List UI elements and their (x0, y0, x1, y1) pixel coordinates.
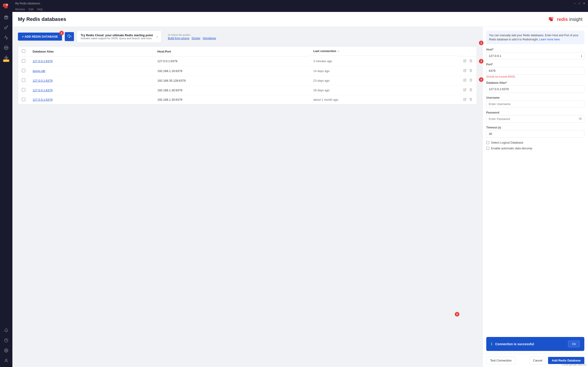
build-from-source-link[interactable]: Build from source (168, 37, 189, 40)
minimize-button[interactable]: ─ (574, 2, 576, 5)
sidebar-item-monitor[interactable] (2, 43, 11, 52)
password-toggle-icon[interactable] (579, 117, 582, 121)
logo-insight: insight (569, 17, 582, 22)
timeout-label: Timeout (s) (486, 126, 584, 129)
svg-rect-2 (6, 4, 8, 6)
db-actions-3 (458, 85, 477, 95)
sidebar-item-beta[interactable]: BETA (2, 53, 11, 62)
svg-line-6 (8, 26, 8, 26)
sidebar: BETA (0, 0, 12, 367)
select-all-checkbox[interactable] (22, 49, 25, 53)
success-text: Connection is successful (495, 342, 565, 346)
svg-point-3 (5, 16, 8, 17)
step-5-badge: 5 (455, 312, 459, 317)
username-field-group: Username (486, 96, 584, 108)
svg-marker-12 (5, 56, 8, 60)
delete-icon-1[interactable] (469, 68, 473, 73)
logical-db-row: Select Logical Database (486, 141, 584, 144)
db-host-3: 192.168.1.30:6379 (154, 85, 310, 95)
row-checkbox-1[interactable] (22, 69, 25, 72)
sidebar-item-keys[interactable] (2, 23, 11, 32)
host-input[interactable] (486, 52, 584, 60)
titlebar-controls: ─ □ ✕ (574, 2, 585, 5)
password-input-wrap (486, 115, 584, 123)
username-input[interactable] (486, 100, 584, 108)
db-alias-link-3[interactable]: 127.0.0.1:6379 (33, 89, 52, 92)
host-field-group: Host* ℹ (486, 48, 584, 60)
host-info-icon[interactable]: ℹ (581, 54, 582, 58)
db-actions-2 (458, 76, 477, 85)
decomp-checkbox[interactable] (486, 147, 489, 150)
menu-edit[interactable]: Edit (29, 7, 34, 12)
delete-icon-0[interactable] (469, 59, 473, 64)
row-checkbox-4[interactable] (22, 98, 25, 101)
menu-help[interactable]: Help (37, 7, 43, 12)
alias-input[interactable] (486, 85, 584, 93)
port-hint: Should not exceed 65535. (486, 75, 584, 78)
test-connection-button[interactable]: Test Connection (486, 357, 515, 364)
docker-link[interactable]: Docker (191, 37, 200, 40)
db-host-4: 192.168.1.30:6379 (154, 95, 310, 104)
panel-info: You can manually add your Redis database… (486, 31, 584, 44)
alias-label: Database Alias* (486, 81, 584, 84)
sidebar-item-settings[interactable] (2, 346, 11, 355)
learn-more-link[interactable]: Learn more here. (539, 38, 561, 41)
db-alias-link-2[interactable]: 127.0.0.1:6379 (33, 79, 52, 82)
edit-icon-0[interactable] (463, 59, 467, 64)
close-button[interactable]: ✕ (583, 2, 585, 5)
delete-icon-4[interactable] (469, 97, 473, 102)
logo-redis: redis (557, 17, 568, 22)
table-row: 127.0.0.1:6379 192.168.1.30:6379 about 1… (18, 95, 477, 104)
port-input[interactable] (486, 67, 584, 75)
chevron-right-icon: › (156, 35, 157, 39)
guide-banner-text: Try Redis Cloud: your ultimate Redis sta… (81, 33, 153, 40)
database-table: Database Alias Host:Port Last connection… (18, 46, 477, 105)
add-database-button[interactable]: Add Redis Database (548, 357, 584, 364)
homebrew-link[interactable]: Homebrew (203, 37, 216, 40)
sidebar-item-analytics[interactable] (2, 33, 11, 42)
delete-icon-3[interactable] (469, 88, 473, 92)
svg-point-16 (6, 359, 7, 360)
add-redis-database-button[interactable]: + ADD REDIS DATABASE (18, 33, 62, 41)
port-label: Port* (486, 63, 584, 66)
row-checkbox-0[interactable] (22, 59, 25, 63)
page-title: My Redis databases (18, 16, 66, 22)
toast-ok-button[interactable]: Ok (568, 341, 580, 347)
db-last-conn-1: 14 days ago (310, 66, 458, 76)
sidebar-item-help[interactable] (2, 336, 11, 345)
db-actions-4 (458, 95, 477, 104)
guide-banner[interactable]: Try Redis Cloud: your ultimate Redis sta… (77, 31, 162, 43)
row-checkbox-2[interactable] (22, 78, 25, 82)
password-input[interactable] (486, 115, 584, 123)
password-field-group: Password (486, 111, 584, 123)
decomp-row: Enable automatic data decomp (486, 147, 584, 150)
nav-menu: Window Edit Help (12, 7, 588, 12)
step-2-badge: 2 (479, 41, 484, 45)
guide-links: Or follow the guides: Build from source … (168, 33, 216, 40)
edit-icon-1[interactable] (463, 68, 467, 73)
delete-icon-2[interactable] (469, 78, 473, 83)
sidebar-item-database[interactable] (2, 13, 11, 22)
timeout-input[interactable] (486, 130, 584, 138)
row-checkbox-3[interactable] (22, 88, 25, 92)
sort-icon[interactable] (337, 50, 340, 52)
edit-icon-2[interactable] (463, 78, 467, 83)
cancel-button[interactable]: Cancel (529, 357, 546, 364)
db-alias-link-4[interactable]: 127.0.0.1:6379 (33, 98, 52, 101)
edit-icon-3[interactable] (463, 88, 467, 92)
guide-banner-subtitle: Includes native support for JSON, Query … (81, 37, 153, 40)
db-alias-link-1[interactable]: dump.rdb (33, 69, 45, 73)
svg-point-23 (580, 118, 581, 119)
logical-db-checkbox[interactable] (486, 141, 489, 144)
edit-icon-4[interactable] (463, 97, 467, 102)
menu-window[interactable]: Window (15, 7, 25, 12)
sidebar-item-profile[interactable] (2, 356, 11, 365)
redis-insight-logo: redisinsight (548, 16, 582, 23)
sidebar-item-notifications[interactable] (2, 326, 11, 335)
db-alias-link-0[interactable]: 127.0.0.1:6379 (33, 59, 52, 63)
table-header-row: Database Alias Host:Port Last connection (18, 47, 477, 56)
alias-field-group: Database Alias* (486, 81, 584, 93)
maximize-button[interactable]: □ (579, 2, 580, 5)
db-actions-0 (458, 56, 477, 66)
import-button[interactable] (65, 32, 74, 41)
